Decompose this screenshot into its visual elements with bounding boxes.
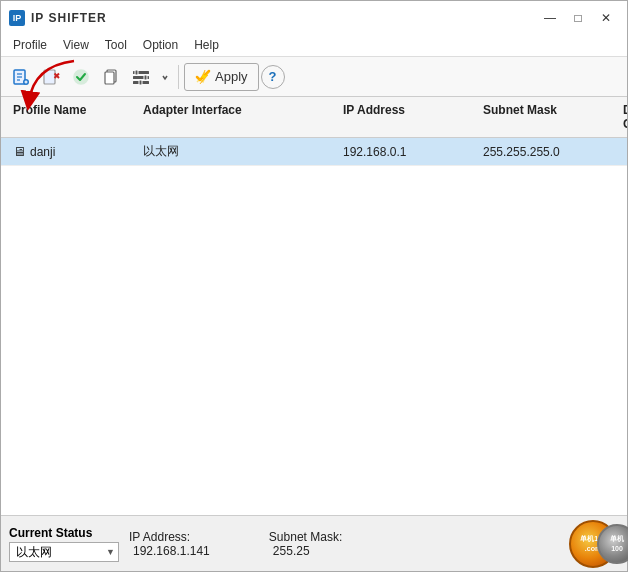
close-button[interactable]: ✕ bbox=[593, 8, 619, 28]
title-left: IP IP SHIFTER bbox=[9, 10, 107, 26]
svg-rect-17 bbox=[144, 75, 147, 80]
ip-label-text: IP Address: bbox=[129, 530, 190, 544]
toolbar-separator bbox=[178, 65, 179, 89]
adapter-select-wrapper: 以太网 bbox=[9, 542, 119, 562]
main-window: IP IP SHIFTER — □ ✕ Profile View Tool Op… bbox=[0, 0, 628, 572]
new-profile-button[interactable] bbox=[7, 63, 35, 91]
title-bar: IP IP SHIFTER — □ ✕ bbox=[1, 1, 627, 33]
status-label: Current Status bbox=[9, 526, 119, 540]
table-body: 🖥 danji 以太网 192.168.0.1 255.255.255.0 bbox=[1, 138, 627, 515]
cell-subnet-mask: 255.255.255.0 bbox=[479, 141, 619, 162]
apply-icon bbox=[195, 69, 211, 85]
menu-help[interactable]: Help bbox=[186, 36, 227, 54]
subnet-label-text: Subnet Mask: bbox=[269, 530, 342, 544]
subnet-mask-value: 255.255.255.0 bbox=[483, 145, 560, 159]
ip-address-value: 192.168.0.1 bbox=[343, 145, 406, 159]
apply-label: Apply bbox=[215, 69, 248, 84]
menu-view[interactable]: View bbox=[55, 36, 97, 54]
col-adapter-interface: Adapter Interface bbox=[139, 101, 339, 133]
svg-rect-7 bbox=[44, 70, 55, 84]
settings-button[interactable] bbox=[127, 63, 155, 91]
table-row[interactable]: 🖥 danji 以太网 192.168.0.1 255.255.255.0 bbox=[1, 138, 627, 166]
col-default-gateway: Default Gateway bbox=[619, 101, 627, 133]
help-button[interactable]: ? bbox=[261, 65, 285, 89]
cell-adapter-interface: 以太网 bbox=[139, 141, 339, 162]
ip-value: 192.168.1.141 bbox=[133, 544, 210, 558]
app-icon: IP bbox=[9, 10, 25, 26]
svg-rect-12 bbox=[105, 72, 114, 84]
content-area: Profile Name Adapter Interface IP Addres… bbox=[1, 97, 627, 515]
col-subnet-mask: Subnet Mask bbox=[479, 101, 619, 133]
cell-default-gateway bbox=[619, 141, 627, 162]
svg-rect-16 bbox=[135, 70, 138, 75]
adapter-interface-value: 以太网 bbox=[143, 143, 179, 160]
app-title: IP SHIFTER bbox=[31, 11, 107, 25]
profile-row-icon: 🖥 bbox=[13, 144, 26, 159]
copy-button[interactable] bbox=[97, 63, 125, 91]
subnet-value: 255.25 bbox=[273, 544, 310, 558]
toolbar: Apply ? bbox=[1, 57, 627, 97]
svg-rect-18 bbox=[139, 80, 142, 85]
delete-profile-button[interactable] bbox=[37, 63, 65, 91]
maximize-button[interactable]: □ bbox=[565, 8, 591, 28]
cell-profile-name: 🖥 danji bbox=[9, 141, 139, 162]
menu-option[interactable]: Option bbox=[135, 36, 186, 54]
col-profile-name: Profile Name bbox=[9, 101, 139, 133]
enable-button[interactable] bbox=[67, 63, 95, 91]
watermark-circle-2: 单机100 bbox=[597, 524, 628, 564]
app-icon-text: IP bbox=[13, 13, 22, 23]
status-info: IP Address: 192.168.1.141 Subnet Mask: 2… bbox=[129, 530, 369, 558]
menu-tool[interactable]: Tool bbox=[97, 36, 135, 54]
profile-name-value: danji bbox=[30, 145, 55, 159]
status-bar: Current Status 以太网 IP Address: 192.168.1… bbox=[1, 515, 627, 571]
toolbar-dropdown-button[interactable] bbox=[157, 63, 173, 91]
watermark-area: 单机100.com 单机100 bbox=[379, 520, 619, 568]
minimize-button[interactable]: — bbox=[537, 8, 563, 28]
apply-button[interactable]: Apply bbox=[184, 63, 259, 91]
col-ip-address: IP Address bbox=[339, 101, 479, 133]
status-left: Current Status 以太网 bbox=[9, 526, 119, 562]
adapter-select[interactable]: 以太网 bbox=[9, 542, 119, 562]
window-controls: — □ ✕ bbox=[537, 8, 619, 28]
subnet-label: Subnet Mask: 255.25 bbox=[269, 530, 369, 558]
ip-label: IP Address: 192.168.1.141 bbox=[129, 530, 253, 558]
menu-bar: Profile View Tool Option Help bbox=[1, 33, 627, 57]
menu-profile[interactable]: Profile bbox=[5, 36, 55, 54]
cell-ip-address: 192.168.0.1 bbox=[339, 141, 479, 162]
table-header: Profile Name Adapter Interface IP Addres… bbox=[1, 97, 627, 138]
watermark-text-2: 单机100 bbox=[610, 534, 624, 552]
